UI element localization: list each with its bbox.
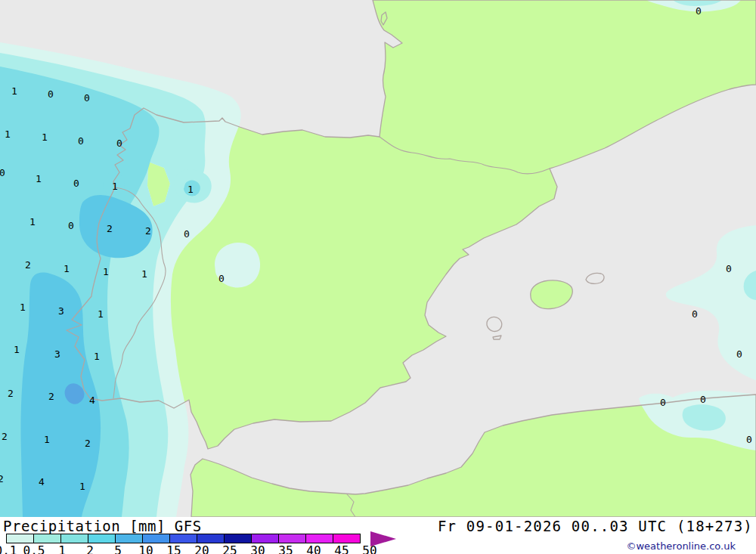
scale-label: 25 (222, 543, 237, 554)
scale-segment (33, 534, 61, 543)
precip-value: 2 (48, 391, 54, 402)
legend-title: Precipitation [mm] GFS (3, 518, 202, 534)
scale-segment (278, 534, 306, 543)
precip-value: 1 (36, 173, 42, 184)
scale-segment (251, 534, 279, 543)
copyright-link[interactable]: ©weatheronline.co.uk (626, 540, 736, 552)
precip-value: 2 (145, 225, 151, 237)
scale-label: 45 (334, 543, 349, 554)
precip-value: 1 (79, 481, 85, 492)
precip-value: 2 (25, 259, 31, 271)
scale-segment (169, 534, 197, 543)
precip-value: 4 (89, 395, 95, 406)
precip-value: 1 (29, 216, 36, 227)
precip-value: 0 (116, 138, 122, 149)
precip-value: 0 (0, 167, 5, 178)
precip-value: 0 (726, 263, 732, 274)
precip-value: 3 (54, 348, 60, 360)
scale-label: 30 (250, 543, 265, 554)
precip-value: 1 (42, 132, 48, 143)
precip-value: 0 (696, 5, 702, 17)
scale-label: 5 (114, 543, 122, 554)
scale-segment (142, 534, 170, 543)
precip-value: 0 (184, 228, 190, 240)
precip-value: 0 (736, 348, 742, 360)
precip-value: 0 (84, 92, 90, 104)
precip-value: 1 (20, 302, 26, 313)
scale-segment (197, 534, 225, 543)
precip-value: 0 (218, 273, 225, 284)
precip-value: 1 (98, 308, 104, 320)
weather-map: 1001100010111022021110131131224212241000… (0, 0, 756, 517)
scale-label: 0.1 (0, 543, 17, 554)
scale-segment (333, 534, 361, 543)
scale-segment (115, 534, 143, 543)
scale-segment (60, 534, 88, 543)
precip-value: 3 (58, 305, 64, 317)
scale-segment (305, 534, 333, 543)
precip-value: 0 (48, 88, 54, 100)
scale-label: 0.5 (23, 543, 45, 554)
scale-label: 2 (86, 543, 94, 554)
precip-value: 0 (68, 220, 74, 231)
scale-label: 20 (194, 543, 209, 554)
scale-segment (88, 534, 116, 543)
precip-value: 1 (14, 344, 20, 355)
scale-label: 1 (58, 543, 66, 554)
precip-value: 0 (700, 394, 706, 405)
scale-label: 50 (362, 543, 376, 554)
precip-value: 0 (660, 397, 666, 408)
precip-value: 2 (107, 223, 113, 234)
weather-map-page: 1001100010111022021110131131224212241000… (0, 0, 756, 554)
scale-segment (224, 534, 252, 543)
precip-value: 0 (73, 178, 79, 189)
precip-value: 2 (8, 388, 14, 399)
color-scale-bar (6, 534, 360, 543)
scale-label: 40 (306, 543, 321, 554)
scale-label: 15 (166, 543, 181, 554)
legend-bar: Precipitation [mm] GFS Fr 09-01-2026 00.… (0, 517, 756, 554)
precip-value: 0 (692, 308, 698, 320)
scale-segment (6, 534, 34, 543)
scale-label: 35 (278, 543, 293, 554)
precip-value: 1 (44, 434, 50, 445)
precip-value: 1 (94, 351, 100, 362)
precip-value: 1 (64, 263, 70, 274)
precip-value: 0 (78, 135, 84, 147)
precip-value: 2 (2, 431, 8, 442)
precip-value: 1 (187, 184, 194, 195)
precip-value: 1 (11, 85, 17, 97)
precip-value: 1 (141, 268, 147, 280)
precip-value: 0 (746, 434, 752, 445)
precip-value: 1 (5, 128, 11, 140)
precip-value: 2 (0, 473, 4, 484)
scale-label: 10 (138, 543, 153, 554)
precip-value: 1 (103, 266, 109, 277)
forecast-datetime: Fr 09-01-2026 00..03 UTC (18+273) (438, 518, 753, 534)
precip-value: 4 (39, 476, 45, 487)
precip-value: 2 (85, 438, 91, 449)
precip-value: 1 (112, 181, 118, 192)
